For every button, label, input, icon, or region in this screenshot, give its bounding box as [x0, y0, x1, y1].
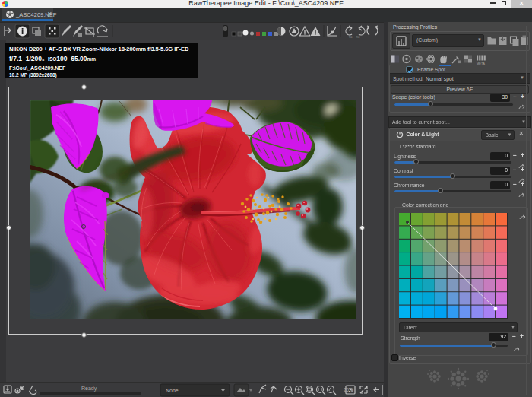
svg-text:Ready: Ready	[81, 386, 97, 392]
svg-text:None: None	[166, 388, 179, 393]
svg-text:META: META	[477, 62, 485, 65]
svg-text:90: 90	[349, 35, 353, 39]
svg-text:90: 90	[356, 35, 360, 39]
